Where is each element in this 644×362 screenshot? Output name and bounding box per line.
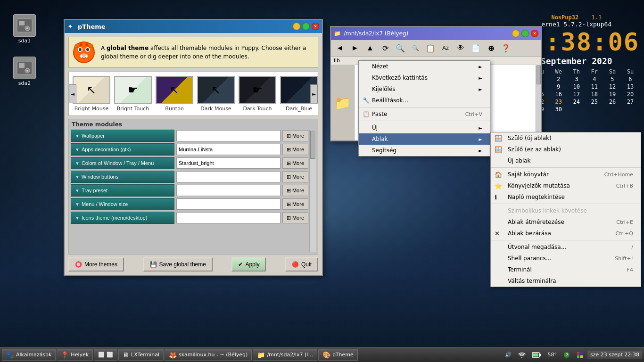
module-btn-menu-window-size[interactable]: ▼ Menu / Window size bbox=[71, 198, 174, 210]
module-input-icons-theme[interactable] bbox=[176, 212, 281, 223]
fm-help-button[interactable]: ❓ bbox=[499, 41, 513, 55]
sub-icon-bezaras: ✕ bbox=[495, 230, 500, 237]
maximize-button[interactable] bbox=[302, 23, 310, 30]
taskbar-show-desktop[interactable]: ⬜ ⬜ bbox=[94, 349, 117, 361]
theme-thumb-bright-touch[interactable]: ☛ Bright Touch bbox=[114, 76, 152, 112]
fm-scrollbar[interactable] bbox=[536, 65, 541, 140]
sub-ctx-item-konyvjelzok[interactable]: ⭐Könyvjelzők mutatásaCtrl+B bbox=[491, 180, 641, 191]
applications-label: Alkalmazások bbox=[16, 352, 51, 358]
ctx-label-ablak: Ablak bbox=[372, 136, 388, 142]
fm-text-button[interactable]: 📄 bbox=[469, 41, 483, 55]
ptheme-title-icon: ✦ bbox=[67, 23, 75, 30]
sys-network-icon[interactable]: P bbox=[561, 351, 572, 359]
sub-ctx-item-shell[interactable]: Shell parancs...Shift+! bbox=[491, 253, 641, 264]
taskbar-applications[interactable]: 🐾 Alkalmazások bbox=[2, 349, 56, 361]
minimize-button[interactable] bbox=[293, 23, 300, 30]
sub-ctx-item-valtas[interactable]: Váltás terminálra bbox=[491, 275, 641, 287]
fm-close-button[interactable]: ✕ bbox=[531, 30, 538, 37]
fm-sort-button[interactable]: Az bbox=[438, 41, 453, 55]
sub-ctx-item-szulo-ez[interactable]: 🪟Szülő (ez az ablak) bbox=[491, 144, 641, 155]
fm-new-button[interactable]: ⊕ bbox=[484, 41, 498, 55]
save-global-button[interactable]: 💾 Save global theme bbox=[143, 257, 213, 272]
module-input-wallpaper[interactable] bbox=[176, 130, 281, 141]
module-more-btn-window-buttons[interactable]: ⊞ More bbox=[282, 171, 308, 182]
sub-ctx-item-szulo-uj[interactable]: 🪟Szülő (új ablak) bbox=[491, 132, 641, 144]
ctx-arrow-ablak: ► bbox=[479, 137, 482, 142]
apply-button[interactable]: ✔ Apply bbox=[231, 257, 266, 272]
fm-zoom-in-button[interactable]: 🔍 bbox=[393, 41, 407, 55]
module-input-colors-window[interactable] bbox=[176, 157, 281, 169]
close-button[interactable]: ✕ bbox=[312, 23, 319, 30]
ctx-item-uj[interactable]: Új► bbox=[359, 122, 490, 133]
sys-volume[interactable]: 🔊 bbox=[503, 351, 514, 359]
sub-ctx-item-sajat[interactable]: 🏠Saját könyvtárCtrl+Home bbox=[491, 169, 641, 180]
more-themes-icon: ⭕ bbox=[75, 261, 82, 268]
module-more-btn-wallpaper[interactable]: ⊞ More bbox=[282, 130, 308, 141]
modules-scroll[interactable]: ▼ Wallpaper ⊞ More ▼ Apps decoration (gt… bbox=[71, 130, 316, 252]
scroll-prev-button[interactable]: ◄ bbox=[69, 84, 76, 103]
sys-color-icon[interactable] bbox=[574, 351, 586, 359]
ctx-item-kijololes[interactable]: Kijelölés► bbox=[359, 83, 490, 95]
fm-maximize-button[interactable] bbox=[521, 30, 529, 37]
quit-button[interactable]: 🔴 Quit bbox=[285, 257, 318, 272]
module-btn-wallpaper[interactable]: ▼ Wallpaper bbox=[71, 130, 174, 142]
fm-forward-button[interactable]: ► bbox=[348, 41, 362, 55]
sub-ctx-item-utvonal[interactable]: Útvonal megadása.../ bbox=[491, 241, 641, 253]
ctx-item-beallitasok[interactable]: 🔧Beállítások... bbox=[359, 95, 490, 106]
ctx-item-paste[interactable]: 📋PasteCtrl+V bbox=[359, 108, 490, 120]
scroll-next-button[interactable]: ► bbox=[310, 84, 318, 103]
task-lxterminal[interactable]: 🖥 LXTerminal bbox=[118, 349, 164, 361]
theme-thumb-dark-mouse[interactable]: ↖ Dark Mouse bbox=[197, 76, 235, 112]
module-more-btn-icons-theme[interactable]: ⊞ More bbox=[282, 212, 308, 223]
ctx-item-kovetkezo[interactable]: Következő kattintás► bbox=[359, 72, 490, 83]
module-more-btn-colors-window[interactable]: ⊞ More bbox=[282, 157, 308, 169]
sys-temp[interactable]: 58° bbox=[545, 351, 559, 359]
fm-preview-button[interactable]: 👁 bbox=[454, 41, 468, 55]
module-btn-apps-decoration[interactable]: ▼ Apps decoration (gtk) bbox=[71, 143, 174, 156]
taskbar-places[interactable]: 📍 Helyek bbox=[57, 349, 93, 361]
theme-thumb-buntoo[interactable]: ↖ Buntoo bbox=[156, 76, 193, 112]
module-input-apps-decoration[interactable] bbox=[176, 144, 281, 155]
module-btn-window-buttons[interactable]: ▼ Window buttons bbox=[71, 171, 174, 183]
module-more-btn-apps-decoration[interactable]: ⊞ More bbox=[282, 144, 308, 155]
fm-zoom-out-button[interactable]: 🔍 bbox=[408, 41, 422, 55]
more-themes-button[interactable]: ⭕ More themes bbox=[68, 257, 124, 272]
scrollbar-thumb[interactable] bbox=[310, 131, 315, 159]
theme-thumb-dark-touch[interactable]: ☛ Dark Touch bbox=[239, 76, 276, 112]
module-btn-icons-theme[interactable]: ▼ Icons theme (menu/desktop) bbox=[71, 212, 174, 224]
task-firefox[interactable]: 🦊 skamilinux.hu - ~ (Bélyeg) bbox=[165, 349, 252, 361]
desktop-icon-sda2[interactable]: sda2 bbox=[9, 57, 40, 86]
ctx-item-nezet[interactable]: Nézet► bbox=[359, 61, 490, 72]
sub-ctx-item-atmerezezes[interactable]: Ablak átméretezéseCtrl+E bbox=[491, 216, 641, 228]
sys-battery[interactable] bbox=[530, 351, 543, 359]
task-filemanager[interactable]: 📁 /mnt/sda2/lx7 (l... bbox=[253, 349, 317, 361]
fm-back-button[interactable]: ◄ bbox=[333, 41, 347, 55]
sub-ctx-item-terminal[interactable]: TerminálF4 bbox=[491, 264, 641, 275]
taskbar-clock[interactable]: sze 23 szept 22:38 bbox=[587, 351, 642, 359]
task-ptheme[interactable]: 🎨 pTheme bbox=[318, 349, 358, 361]
ctx-item-segitseg[interactable]: Segítség► bbox=[359, 145, 490, 156]
modules-scrollbar[interactable] bbox=[309, 130, 316, 252]
module-btn-colors-window[interactable]: ▼ Colors of Window / Tray / Menu bbox=[71, 157, 174, 169]
module-arrow-icons-theme: ▼ bbox=[75, 215, 80, 221]
module-more-btn-tray-preset[interactable]: ⊞ More bbox=[282, 185, 308, 196]
module-btn-tray-preset[interactable]: ▼ Tray preset bbox=[71, 184, 174, 197]
fm-clipboard-button[interactable]: 📋 bbox=[423, 41, 438, 55]
sub-ctx-item-bezaras[interactable]: ✕Ablak bezárásaCtrl+Q bbox=[491, 228, 641, 239]
theme-thumb-bright-mouse[interactable]: ↖ Bright Mouse bbox=[73, 76, 110, 112]
module-input-tray-preset[interactable] bbox=[176, 185, 281, 196]
module-more-btn-menu-window-size[interactable]: ⊞ More bbox=[282, 198, 308, 210]
fm-refresh-button[interactable]: ⟳ bbox=[378, 41, 392, 55]
sub-ctx-item-uj-ablak[interactable]: Új ablak bbox=[491, 155, 641, 166]
puppy-logo bbox=[73, 41, 95, 64]
fm-minimize-button[interactable] bbox=[512, 30, 520, 37]
module-input-window-buttons[interactable] bbox=[176, 171, 281, 182]
sda2-icon bbox=[13, 57, 36, 79]
desktop-icon-sda1[interactable]: sda1 bbox=[9, 14, 40, 44]
ctx-item-ablak[interactable]: Ablak► bbox=[359, 133, 490, 145]
sub-ctx-item-naplo[interactable]: ℹNapló megtekintése bbox=[491, 191, 641, 203]
module-input-menu-window-size[interactable] bbox=[176, 198, 281, 210]
sys-wifi[interactable] bbox=[516, 351, 528, 359]
fm-scrollbar-thumb[interactable] bbox=[537, 66, 541, 84]
fm-up-button[interactable]: ▲ bbox=[363, 41, 377, 55]
